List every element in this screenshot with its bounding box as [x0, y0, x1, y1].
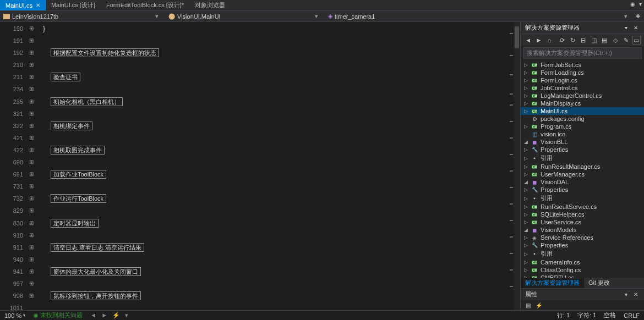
chevron-down-icon[interactable]: ▾	[155, 13, 159, 20]
fold-toggle[interactable]: ⊞	[28, 59, 35, 71]
tree-item[interactable]: ▷UserService.cs	[521, 218, 644, 226]
line-indicator[interactable]: 行: 1	[557, 311, 570, 319]
chevron-icon[interactable]: ▷	[523, 164, 528, 169]
category-icon[interactable]: ▤	[524, 301, 532, 309]
tree-item[interactable]: ▷MainUI.cs	[521, 107, 644, 115]
chevron-down-icon[interactable]: ▾	[624, 13, 627, 20]
tree-item[interactable]: ▷引用	[521, 153, 644, 163]
chevron-icon[interactable]: ▷	[523, 108, 528, 114]
fold-toggle[interactable]: ⊞	[28, 132, 35, 144]
wrench-icon[interactable]: ▭	[632, 36, 641, 45]
close-icon[interactable]: ✕	[36, 2, 40, 8]
chevron-icon[interactable]: ▷	[523, 219, 528, 225]
region-label[interactable]: 根据配置文件设置初始化复选框的状态	[51, 48, 159, 57]
chevron-icon[interactable]: ▷	[523, 78, 528, 83]
fold-toggle[interactable]: ⊞	[28, 47, 35, 59]
solution-tree[interactable]: ▷FormJobSet.cs▷FormLoading.cs▷FormLogin.…	[521, 60, 644, 278]
tree-item[interactable]: ▷FormLogin.cs	[521, 76, 644, 84]
fold-toggle[interactable]: ⊞	[28, 253, 35, 266]
region-label[interactable]: 验查证书	[51, 73, 80, 81]
fold-toggle[interactable]: ⊞	[28, 23, 35, 35]
tree-item[interactable]: ▷Properties	[521, 186, 644, 194]
region-label[interactable]: 加载作业ToolBlock	[51, 170, 106, 179]
tree-item[interactable]: ▷JobControl.cs	[521, 84, 644, 92]
chevron-icon[interactable]: ▷	[523, 70, 528, 75]
tree-item[interactable]: packages.config	[521, 115, 644, 123]
fold-toggle[interactable]: ⊞	[28, 96, 35, 108]
refresh-icon[interactable]: ↻	[569, 36, 577, 45]
menu-icon[interactable]: ▾	[636, 0, 644, 8]
chevron-icon[interactable]: ◢	[523, 139, 528, 145]
region-label[interactable]: 清空日志 查看日志 清空运行结果	[51, 243, 144, 252]
tree-item[interactable]: ◢VisionModels	[521, 226, 644, 234]
forward-icon[interactable]: ►	[534, 36, 543, 45]
tree-item[interactable]: ▷Service References	[521, 234, 644, 241]
dropdown-icon[interactable]: ▾	[622, 24, 630, 32]
tree-item[interactable]: ▷CameraInfo.cs	[521, 258, 644, 266]
chevron-icon[interactable]: ▷	[523, 85, 528, 91]
fold-toggle[interactable]: ⊞	[28, 205, 35, 217]
chevron-icon[interactable]: ▷	[523, 235, 528, 240]
props-icon[interactable]: ✎	[621, 36, 630, 45]
dropdown-icon[interactable]: ▾	[622, 290, 630, 298]
sync-icon[interactable]: ⟳	[558, 36, 566, 45]
home-icon[interactable]: ⌂	[545, 36, 554, 45]
chevron-down-icon[interactable]: ▾	[315, 13, 318, 20]
code-body[interactable]: }根据配置文件设置初始化复选框的状态验查证书初始化相机（黑白相机）相机绑定事件相…	[35, 22, 509, 310]
region-label[interactable]: 窗体的最大化最小化及关闭窗口	[51, 267, 141, 276]
chevron-icon[interactable]: ▷	[523, 196, 528, 201]
region-label[interactable]: 相机绑定事件	[51, 122, 92, 130]
fold-toggle[interactable]: ⊞	[28, 241, 35, 253]
view-icon[interactable]: ◫	[590, 36, 598, 45]
tree-item[interactable]: vision.ico	[521, 130, 644, 138]
fold-toggle[interactable]: ⊞	[28, 290, 35, 302]
close-icon[interactable]: ✕	[632, 24, 640, 32]
tree-item[interactable]: ▷ClassConfig.cs	[521, 266, 644, 274]
fold-toggle[interactable]: ⊞	[28, 83, 35, 95]
chevron-icon[interactable]: ▷	[523, 172, 528, 177]
chevron-icon[interactable]: ▷	[523, 204, 528, 209]
chevron-icon[interactable]: ▷	[523, 93, 528, 98]
tree-item[interactable]: ▷SQLiteHelper.cs	[521, 211, 644, 218]
fold-toggle[interactable]: ⊞	[28, 71, 35, 83]
tab-object-browser[interactable]: 对象浏览器	[189, 0, 231, 10]
crumb-class[interactable]: VisionUI.MainUI	[177, 13, 221, 20]
tree-item[interactable]: ◢VisionDAL	[521, 178, 644, 186]
alpha-icon[interactable]: ⚡	[535, 301, 543, 309]
chevron-icon[interactable]: ▷	[523, 242, 528, 248]
chevron-icon[interactable]: ▷	[523, 260, 528, 265]
fold-toggle[interactable]: ⊞	[28, 278, 35, 290]
chevron-icon[interactable]: ▷	[523, 156, 528, 161]
tree-item[interactable]: ▷Program.cs	[521, 123, 644, 130]
tree-item[interactable]: ▷Properties	[521, 241, 644, 249]
tab-mainui-design[interactable]: MainUI.cs [设计]	[46, 0, 101, 10]
crumb-project[interactable]: LeinVision1217tb	[12, 13, 58, 20]
tree-item[interactable]: ▷MainDisplay.cs	[521, 100, 644, 107]
split-icon[interactable]: ✚	[634, 13, 642, 20]
tree-item[interactable]: ▷RunRseultService.cs	[521, 203, 644, 211]
fold-toggle[interactable]: ⊞	[28, 156, 35, 168]
tree-item[interactable]: ▷FormLoading.cs	[521, 69, 644, 76]
chevron-icon[interactable]: ▷	[523, 124, 528, 129]
chevron-icon[interactable]: ▷	[523, 147, 528, 152]
tree-item[interactable]: ▷Properties	[521, 146, 644, 153]
fold-toggle[interactable]: ⊞	[28, 108, 35, 120]
zoom-level[interactable]: 100 %▾	[4, 312, 25, 319]
crumb-member[interactable]: timer_camera1	[335, 13, 375, 20]
tree-item[interactable]: ▷引用	[521, 194, 644, 203]
tree-item[interactable]: ▷RunResultManager.cs	[521, 163, 644, 170]
tab-git[interactable]: Git 更改	[584, 278, 614, 288]
issues-status[interactable]: ◉未找到相关问题	[33, 311, 83, 319]
encoding[interactable]: CRLF	[624, 312, 640, 319]
code-editor[interactable]: 1901911922102112342353213224214226906917…	[0, 22, 520, 310]
nav-arrows[interactable]: ◄ ► ⚡ ▾	[90, 312, 128, 319]
collapse-icon[interactable]: ⊟	[579, 36, 587, 45]
fold-toggle[interactable]: ⊞	[28, 217, 35, 229]
chevron-icon[interactable]: ▷	[523, 212, 528, 217]
properties-panel[interactable]: 属性 ▾ ✕	[521, 288, 644, 300]
insert-mode[interactable]: 空格	[604, 311, 616, 319]
tab-mainui[interactable]: MainUI.cs✕	[0, 0, 46, 10]
region-label[interactable]: 鼠标移到按钮，离开按钮的事件	[51, 291, 141, 300]
tab-formedittoolblock[interactable]: FormEditToolBlock.cs [设计]*	[101, 0, 189, 10]
code-icon[interactable]: ◇	[611, 36, 619, 45]
